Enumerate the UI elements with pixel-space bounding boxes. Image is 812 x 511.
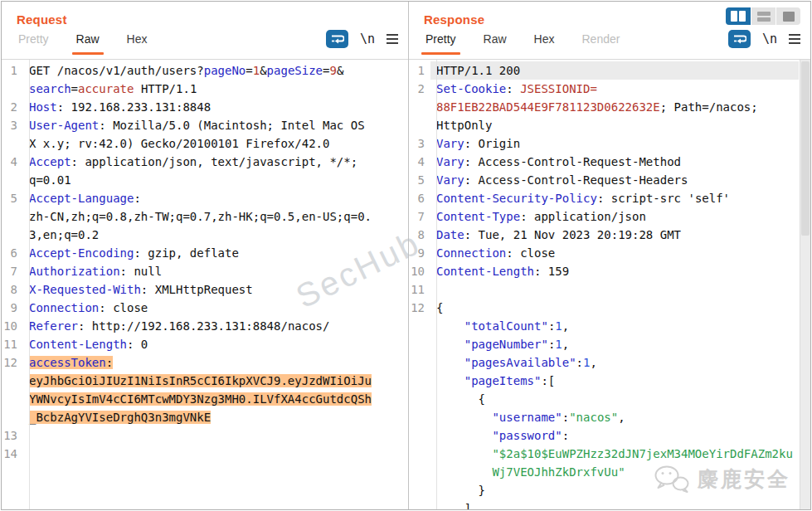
request-editor[interactable]: 1GET /nacos/v1/auth/users?pageNo=1&pageS…: [2, 60, 408, 509]
code-segment: Accept-Encoding: [29, 246, 134, 260]
code-text: HTTP/1.1 200: [430, 61, 799, 80]
scrollbar-thumb[interactable]: [801, 61, 810, 236]
code-line: 8Date: Tue, 21 Nov 2023 20:19:28 GMT: [409, 226, 810, 244]
line-number: [409, 463, 430, 481]
show-newlines-button[interactable]: \n: [762, 32, 777, 46]
code-segment: accessToken: [29, 356, 106, 369]
line-number: 11: [2, 335, 23, 353]
request-header: Request Pretty Raw Hex \n: [2, 2, 408, 60]
line-number: 4: [2, 153, 23, 171]
code-segment: Content-Type: [436, 210, 520, 223]
code-segment: =: [246, 64, 252, 77]
code-segment: "username": [492, 411, 562, 424]
code-line: 4Vary: Access-Control-Request-Method: [409, 153, 810, 171]
code-text: User-Agent: Mozilla/5.0 (Macintosh; Inte…: [23, 116, 408, 134]
line-number: 5: [409, 171, 430, 189]
line-number: 1: [409, 61, 430, 80]
columns-view-icon: [731, 11, 737, 22]
line-number: [409, 426, 430, 445]
code-text: X-Requested-With: XMLHttpRequest: [23, 280, 408, 299]
code-line: "$2a$10$EuWPZHzz32dJN7jexM34MOeYirDdFAZm…: [409, 445, 810, 463]
response-tab-pretty[interactable]: Pretty: [424, 29, 458, 56]
code-text: "username":"nacos",: [430, 408, 810, 426]
code-text: eyJhbGciOiJIUzI1NiIsInR5cCI6IkpXVCJ9.eyJ…: [23, 372, 408, 390]
code-line: 10Referer: http://192.168.233.131:8848/n…: [2, 317, 408, 335]
code-segment: zh-CN,zh;q=0.8,zh-TW;q=0.7,zh-HK;q=0.5,e…: [29, 210, 372, 223]
code-line: "totalCount":1,: [409, 317, 810, 335]
code-segment: : 159: [534, 265, 569, 278]
code-segment: HTTP/1.1: [134, 82, 197, 95]
code-line: "pageItems":[: [409, 372, 810, 390]
response-scrollbar[interactable]: [800, 60, 810, 509]
word-wrap-button[interactable]: [326, 30, 348, 48]
code-segment: &: [260, 64, 266, 77]
code-segment: Date: [436, 228, 464, 241]
request-tab-raw[interactable]: Raw: [75, 29, 101, 56]
response-tab-raw[interactable]: Raw: [482, 29, 508, 56]
response-editor[interactable]: 1HTTP/1.1 2002Set-Cookie: JSESSIONID=88F…: [409, 60, 810, 509]
show-newlines-button[interactable]: \n: [360, 32, 375, 46]
code-segment: [436, 447, 492, 460]
code-line: _BcbzAgYVIseDrghQ3n3mgVNkE: [2, 408, 408, 426]
code-text: Authorization: null: [23, 262, 408, 280]
response-panel: Response Pretty Raw Hex Render: [409, 2, 810, 509]
code-segment: &: [337, 64, 343, 77]
code-segment: Content-Security-Policy: [436, 192, 597, 205]
code-text: zh-CN,zh;q=0.8,zh-TW;q=0.7,zh-HK;q=0.5,e…: [23, 207, 408, 226]
code-text: HttpOnly: [430, 116, 810, 134]
response-tab-render[interactable]: Render: [581, 29, 622, 56]
request-title: Request: [17, 2, 398, 27]
word-wrap-button[interactable]: [728, 30, 751, 48]
code-text: "pagesAvailable":1,: [430, 353, 810, 372]
request-panel: Request Pretty Raw Hex \n: [2, 2, 409, 509]
line-number: 10: [409, 262, 430, 280]
code-segment: ,: [618, 411, 625, 424]
code-segment: HTTP/1.1 200: [436, 64, 520, 77]
layout-columns-button[interactable]: [726, 7, 751, 25]
code-text: Vary: Origin: [430, 134, 810, 153]
code-segment: [436, 319, 464, 333]
layout-single-button[interactable]: [776, 7, 800, 25]
code-text: Wj7VEOJhhZkDrxfvUu": [430, 463, 810, 481]
code-text: YWNvcyIsImV4cCI6MTcwMDY3Nzg3MH0.ILVfXA4c…: [23, 390, 408, 408]
line-number: 10: [2, 317, 23, 335]
code-line: X x.y; rv:42.0) Gecko/20100101 Firefox/4…: [2, 134, 408, 153]
code-text: "$2a$10$EuWPZHzz32dJN7jexM34MOeYirDdFAZm…: [430, 445, 810, 463]
response-tab-hex[interactable]: Hex: [532, 29, 557, 56]
request-tab-hex[interactable]: Hex: [125, 29, 149, 56]
layout-rows-button[interactable]: [751, 7, 776, 25]
code-line: eyJhbGciOiJIUzI1NiIsInR5cCI6IkpXVCJ9.eyJ…: [2, 372, 408, 390]
code-segment: : 192.168.233.131:8848: [57, 100, 211, 114]
code-segment: JSESSIONID=: [520, 82, 597, 95]
line-number: [409, 499, 430, 509]
code-segment: eyJhbGciOiJIUzI1NiIsInR5cCI6IkpXVCJ9.eyJ…: [29, 374, 372, 387]
code-line: 12{: [409, 299, 810, 317]
code-line: Wj7VEOJhhZkDrxfvUu": [409, 463, 810, 481]
line-number: 7: [409, 207, 430, 226]
code-segment: {: [436, 392, 485, 406]
editor-menu-button[interactable]: [789, 32, 800, 46]
code-text: ]: [430, 499, 810, 509]
code-segment: [436, 429, 492, 442]
editor-menu-button[interactable]: [387, 32, 398, 46]
request-tab-pretty[interactable]: Pretty: [17, 29, 51, 56]
line-number: [2, 171, 23, 189]
code-segment: }: [436, 484, 485, 497]
code-segment: Set-Cookie: [436, 82, 506, 95]
code-line: "pagesAvailable":1,: [409, 353, 810, 372]
code-segment: [436, 338, 464, 351]
code-text: "password":: [430, 426, 810, 445]
code-text: Content-Length: 0: [23, 335, 408, 353]
code-segment: :: [134, 192, 140, 205]
code-segment: [436, 411, 492, 424]
code-text: Host: 192.168.233.131:8848: [23, 98, 408, 116]
response-code: 1HTTP/1.1 2002Set-Cookie: JSESSIONID=88F…: [409, 61, 810, 509]
code-segment: 1: [253, 64, 260, 77]
code-segment: ; Path=/nacos;: [660, 100, 758, 114]
code-line: 12accessToken:: [2, 353, 408, 372]
line-number: 8: [409, 226, 430, 244]
line-number: 6: [409, 189, 430, 207]
line-number: 5: [2, 189, 23, 207]
code-text: Referer: http://192.168.233.131:8848/nac…: [23, 317, 408, 335]
code-line: zh-CN,zh;q=0.8,zh-TW;q=0.7,zh-HK;q=0.5,e…: [2, 207, 408, 226]
